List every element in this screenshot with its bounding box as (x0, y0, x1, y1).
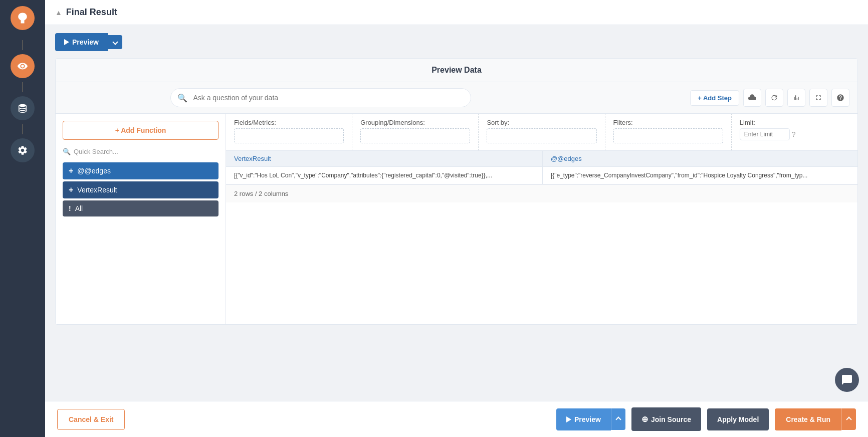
row-count: 2 rows / 2 columns (226, 184, 857, 202)
plus-icon-join: ⊕ (641, 414, 648, 424)
search-toolbar: 🔍 + Add Step (56, 82, 857, 114)
search-box-wrapper: 🔍 (170, 88, 471, 107)
add-function-button[interactable]: + Add Function (63, 121, 219, 140)
limit-label: Limit: (740, 119, 849, 126)
footer-preview-dropdown[interactable] (611, 408, 625, 430)
quick-search[interactable]: 🔍 Quick Search... (63, 146, 219, 157)
preview-main-label: Preview (72, 38, 99, 46)
svg-point-0 (19, 104, 27, 107)
column-vertex-result-link[interactable]: VertexResult (234, 155, 271, 162)
cloud-icon (748, 94, 756, 102)
expand-icon (814, 94, 822, 102)
limit-input-group: ? (740, 128, 849, 140)
limit-input[interactable] (740, 128, 790, 140)
source-item-vertex-label: VertexResult (77, 186, 117, 194)
eye-icon (17, 61, 28, 72)
create-run-dropdown[interactable] (841, 408, 856, 430)
grouping-dimensions-label: Grouping/Dimensions: (360, 119, 470, 126)
right-panel: Fields/Metrics: Grouping/Dimensions: Sor… (226, 114, 857, 324)
limit-cell: Limit: ? (732, 114, 857, 150)
cancel-exit-button[interactable]: Cancel & Exit (57, 409, 125, 430)
help-icon (836, 94, 844, 102)
limit-help-icon[interactable]: ? (792, 130, 796, 138)
filters-dropzone[interactable] (613, 128, 723, 143)
grouping-dimensions-cell: Grouping/Dimensions: (352, 114, 479, 150)
expand-icon-button[interactable] (809, 89, 827, 107)
fields-metrics-label: Fields/Metrics: (234, 119, 344, 126)
content-area: Preview Preview Data 🔍 + Add Step (45, 25, 868, 401)
filters-cell: Filters: (605, 114, 732, 150)
join-source-label: Join Source (651, 415, 691, 423)
sidebar (0, 0, 45, 437)
add-step-button[interactable]: + Add Step (690, 90, 739, 106)
footer-preview-group: Preview (556, 408, 625, 430)
column-edges-link[interactable]: @@edges (551, 155, 582, 162)
toolbar-right: + Add Step (690, 89, 849, 107)
chat-bubble-button[interactable] (835, 368, 859, 392)
sort-dropzone[interactable] (487, 128, 596, 143)
filters-label: Filters: (613, 119, 723, 126)
cell-vertex-result: [{"v_id":"Hos LoL Con","v_type":"Company… (226, 167, 542, 184)
cloud-icon-button[interactable] (743, 89, 761, 107)
logo-icon (16, 11, 30, 25)
sort-by-cell: Sort by: (479, 114, 605, 150)
cell-edges: [{"e_type":"reverse_CompanyInvestCompany… (542, 167, 857, 184)
page-title: Final Result (66, 7, 117, 18)
sidebar-item-database[interactable] (11, 96, 35, 120)
preview-main-button[interactable]: Preview (55, 33, 108, 51)
chevron-up-icon (615, 416, 621, 422)
left-panel: + Add Function 🔍 Quick Search... + @@edg… (56, 114, 226, 324)
create-run-group: Create & Run (775, 408, 856, 430)
source-item-vertex[interactable]: + VertexResult (63, 181, 219, 198)
create-run-button[interactable]: Create & Run (775, 408, 841, 430)
grouping-dropzone[interactable] (360, 128, 470, 143)
sidebar-logo[interactable] (11, 6, 35, 30)
sidebar-item-eye[interactable] (11, 54, 35, 78)
preview-dropdown-button[interactable] (108, 35, 122, 49)
apply-model-button[interactable]: Apply Model (707, 408, 769, 430)
preview-panel-title: Preview Data (56, 59, 857, 82)
database-icon (17, 103, 28, 114)
fields-metrics-dropzone[interactable] (234, 128, 344, 143)
table-header-row: VertexResult @@edges (226, 151, 857, 167)
search-input[interactable] (170, 88, 471, 107)
column-edges: @@edges (542, 151, 857, 167)
chevron-down-icon (112, 39, 118, 45)
data-panel: + Add Function 🔍 Quick Search... + @@edg… (56, 114, 857, 324)
sidebar-item-settings[interactable] (11, 138, 35, 162)
collapse-button[interactable]: ▲ (55, 9, 62, 17)
join-source-button[interactable]: ⊕ Join Source (631, 407, 701, 431)
source-item-all[interactable]: ! All (63, 200, 219, 216)
play-icon-footer (566, 416, 571, 422)
create-run-chevron-icon (846, 416, 851, 422)
footer-preview-button[interactable]: Preview (556, 408, 611, 430)
play-icon (64, 39, 69, 45)
help-icon-button[interactable] (831, 89, 849, 107)
table-body: [{"v_id":"Hos LoL Con","v_type":"Company… (226, 167, 857, 184)
data-table: VertexResult @@edges [{"v_id":"Hos LoL C… (226, 151, 857, 184)
table-header: VertexResult @@edges (226, 151, 857, 167)
sidebar-connector-1 (22, 40, 23, 50)
sidebar-connector-2 (22, 82, 23, 92)
chart-icon (792, 94, 800, 102)
sidebar-connector-3 (22, 124, 23, 134)
chart-icon-button[interactable] (787, 89, 805, 107)
main-content: ▲ Final Result Preview Preview Data 🔍 (45, 0, 868, 437)
chat-icon (841, 374, 853, 386)
quick-search-label: Quick Search... (74, 148, 118, 155)
preview-panel: Preview Data 🔍 + Add Step (55, 58, 858, 325)
source-item-edges[interactable]: + @@edges (63, 162, 219, 179)
fields-metrics-cell: Fields/Metrics: (226, 114, 352, 150)
search-small-icon: 🔍 (63, 148, 71, 155)
footer-preview-label: Preview (574, 415, 601, 423)
footer-toolbar: Cancel & Exit Preview ⊕ Join Source Appl… (45, 401, 868, 437)
page-header: ▲ Final Result (45, 0, 868, 25)
table-row: [{"v_id":"Hos LoL Con","v_type":"Company… (226, 167, 857, 184)
refresh-icon (770, 94, 778, 102)
column-vertex-result: VertexResult (226, 151, 542, 167)
filter-row: Fields/Metrics: Grouping/Dimensions: Sor… (226, 114, 857, 151)
plus-icon-edges: + (69, 166, 73, 175)
refresh-icon-button[interactable] (765, 89, 783, 107)
plus-icon-vertex: + (69, 185, 73, 194)
search-icon: 🔍 (177, 93, 187, 103)
